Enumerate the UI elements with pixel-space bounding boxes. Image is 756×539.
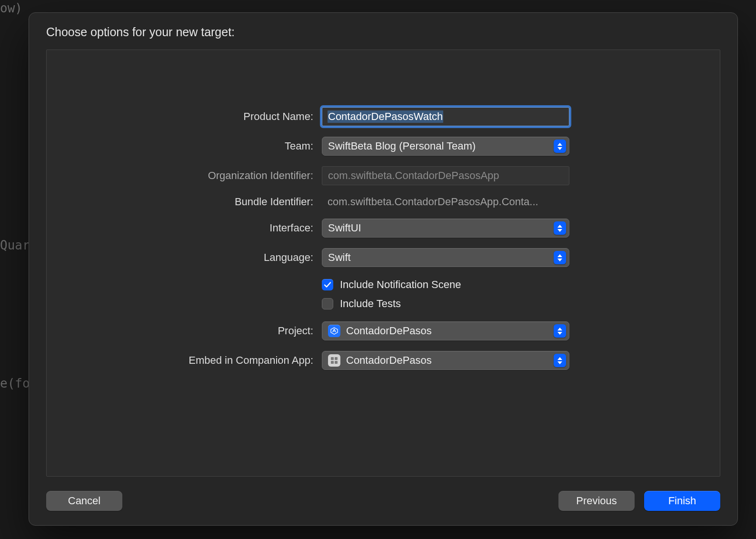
embed-companion-value: ContadorDePasos bbox=[346, 354, 432, 367]
team-label: Team: bbox=[66, 140, 313, 152]
options-panel: Product Name: ContadorDePasosWatch Team:… bbox=[46, 50, 720, 477]
previous-button[interactable]: Previous bbox=[558, 491, 635, 511]
bundle-identifier-value: com.swiftbeta.ContadorDePasosApp.Conta..… bbox=[322, 196, 569, 208]
include-notification-scene-label: Include Notification Scene bbox=[340, 279, 461, 291]
popup-arrows-icon bbox=[554, 354, 566, 367]
bundle-identifier-label: Bundle Identifier: bbox=[66, 196, 313, 208]
product-name-label: Product Name: bbox=[66, 110, 313, 123]
popup-arrows-icon bbox=[554, 221, 566, 235]
team-value: SwiftBeta Blog (Personal Team) bbox=[328, 140, 476, 152]
background-code-fragment: e(fo bbox=[0, 376, 30, 390]
interface-label: Interface: bbox=[66, 222, 313, 234]
include-notification-scene-row[interactable]: Include Notification Scene bbox=[322, 278, 569, 292]
checkmark-icon bbox=[324, 281, 331, 289]
interface-popup[interactable]: SwiftUI bbox=[322, 219, 569, 238]
language-value: Swift bbox=[328, 251, 351, 264]
language-label: Language: bbox=[66, 251, 313, 264]
cancel-button[interactable]: Cancel bbox=[46, 491, 122, 511]
organization-identifier-label: Organization Identifier: bbox=[66, 170, 313, 182]
include-tests-row[interactable]: Include Tests bbox=[322, 297, 569, 311]
project-value: ContadorDePasos bbox=[346, 325, 432, 337]
product-name-value: ContadorDePasosWatch bbox=[328, 110, 443, 123]
popup-arrows-icon bbox=[554, 140, 566, 153]
background-code-fragment: Quar bbox=[0, 238, 30, 252]
new-target-options-sheet: Choose options for your new target: Prod… bbox=[29, 12, 738, 526]
sheet-title: Choose options for your new target: bbox=[46, 25, 720, 39]
project-label: Project: bbox=[66, 325, 313, 337]
sheet-footer: Cancel Previous Finish bbox=[46, 477, 720, 511]
include-tests-checkbox[interactable] bbox=[322, 298, 333, 309]
include-tests-label: Include Tests bbox=[340, 298, 401, 310]
organization-identifier-value: com.swiftbeta.ContadorDePasosApp bbox=[328, 170, 499, 182]
include-notification-scene-checkbox[interactable] bbox=[322, 279, 333, 290]
background-code-fragment: ow) bbox=[0, 1, 22, 15]
popup-arrows-icon bbox=[554, 251, 566, 264]
interface-value: SwiftUI bbox=[328, 222, 361, 234]
team-popup[interactable]: SwiftBeta Blog (Personal Team) bbox=[322, 137, 569, 156]
project-popup[interactable]: ContadorDePasos bbox=[322, 321, 569, 340]
product-name-field[interactable]: ContadorDePasosWatch bbox=[322, 107, 569, 126]
xcode-project-icon bbox=[328, 325, 340, 337]
app-icon bbox=[328, 354, 340, 367]
embed-companion-label: Embed in Companion App: bbox=[66, 354, 313, 367]
popup-arrows-icon bbox=[554, 324, 566, 338]
language-popup[interactable]: Swift bbox=[322, 248, 569, 267]
finish-button[interactable]: Finish bbox=[644, 491, 720, 511]
embed-companion-popup[interactable]: ContadorDePasos bbox=[322, 351, 569, 370]
organization-identifier-field: com.swiftbeta.ContadorDePasosApp bbox=[322, 166, 569, 185]
